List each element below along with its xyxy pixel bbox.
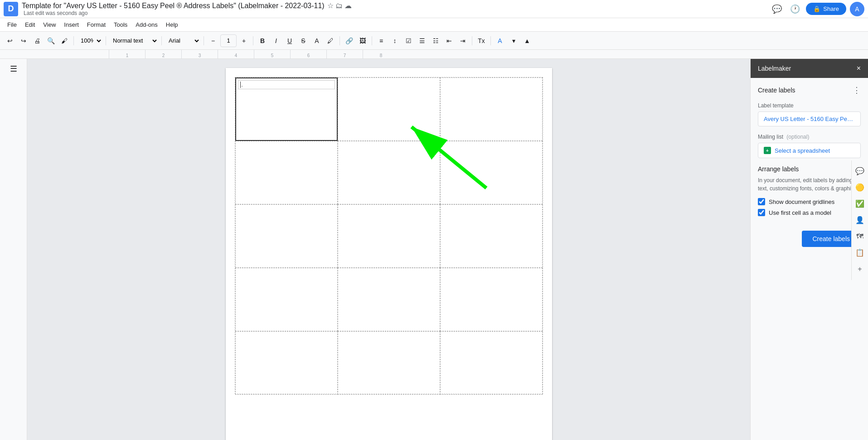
- menu-format[interactable]: Format: [83, 19, 109, 30]
- share-button[interactable]: 🔒 Share: [806, 3, 846, 15]
- numbered-list-button[interactable]: ☷: [429, 34, 442, 47]
- share-lock-icon: 🔒: [813, 5, 820, 12]
- label-cell-5-2[interactable]: [338, 331, 440, 395]
- label-cell-4-1[interactable]: [235, 268, 338, 331]
- text-color-2-button[interactable]: A: [494, 34, 506, 47]
- link-button[interactable]: 🔗: [343, 34, 355, 47]
- menu-edit[interactable]: Edit: [21, 19, 39, 30]
- use-first-cell-checkbox[interactable]: [758, 209, 765, 216]
- label-cell-1-1[interactable]: .: [235, 77, 338, 141]
- label-cell-5-3[interactable]: [440, 331, 543, 395]
- undo-button[interactable]: ↩: [4, 34, 16, 47]
- show-gridlines-checkbox[interactable]: [758, 198, 765, 205]
- create-labels-header: Create labels ⋮: [758, 85, 861, 95]
- underline-button[interactable]: U: [283, 34, 296, 47]
- indent-more-button[interactable]: ⇥: [456, 34, 469, 47]
- chat-button[interactable]: 💬: [770, 2, 784, 16]
- align-button[interactable]: ≡: [375, 34, 388, 47]
- menu-addons[interactable]: Add-ons: [132, 19, 161, 30]
- chat-side-icon[interactable]: 💬: [853, 164, 867, 179]
- clear-format-button[interactable]: Tx: [475, 34, 488, 47]
- outline-toggle[interactable]: ☰: [7, 63, 20, 75]
- label-cell-5-1[interactable]: [235, 331, 338, 395]
- spell-check-button[interactable]: 🔍: [44, 34, 57, 47]
- tasks-icon[interactable]: ✅: [853, 197, 867, 211]
- menu-tools[interactable]: Tools: [110, 19, 131, 30]
- user-avatar[interactable]: A: [850, 2, 864, 16]
- select-spreadsheet-button[interactable]: + Select a spreadsheet: [758, 143, 861, 158]
- zoom-select[interactable]: 100%: [77, 34, 103, 47]
- history-button[interactable]: 🕐: [788, 2, 802, 16]
- checklist-button[interactable]: ☑: [402, 34, 415, 47]
- app-icon[interactable]: D: [4, 2, 18, 16]
- label-cell-4-2[interactable]: [338, 268, 440, 331]
- highlight-button[interactable]: 🖊: [324, 34, 337, 47]
- font-size-input[interactable]: [220, 34, 237, 47]
- redo-button[interactable]: ↪: [17, 34, 30, 47]
- label-template-field[interactable]: Avery US Letter - 5160 Easy Peel ®...: [758, 111, 861, 126]
- main-layout: ☰: [0, 59, 868, 440]
- image-button[interactable]: 🖼: [356, 34, 369, 47]
- separator-4: [204, 36, 204, 45]
- indent-less-button[interactable]: ⇤: [443, 34, 456, 47]
- label-cell-2-2[interactable]: [338, 141, 440, 204]
- doc-title-row: Template for "Avery US Letter - 5160 Eas…: [22, 1, 766, 10]
- separator-8: [472, 36, 472, 45]
- more-toolbar-button[interactable]: ▾: [507, 34, 520, 47]
- label-inner-1-1[interactable]: .: [238, 80, 335, 89]
- label-cell-3-2[interactable]: [338, 204, 440, 268]
- italic-button[interactable]: I: [270, 34, 282, 47]
- menu-view[interactable]: View: [39, 19, 59, 30]
- label-cell-3-1[interactable]: [235, 204, 338, 268]
- label-cell-2-1[interactable]: [235, 141, 338, 204]
- labelmaker-close-button[interactable]: ×: [857, 64, 861, 73]
- paint-format-button[interactable]: 🖌: [58, 34, 71, 47]
- select-spreadsheet-label: Select a spreadsheet: [775, 147, 830, 154]
- strikethrough-button[interactable]: S: [297, 34, 310, 47]
- keep-icon[interactable]: 🟡: [853, 180, 867, 195]
- use-first-cell-row: Use first cell as a model: [758, 209, 861, 216]
- separator-2: [106, 36, 106, 45]
- label-cell-1-2[interactable]: [338, 77, 440, 141]
- line-spacing-button[interactable]: ↕: [388, 34, 401, 47]
- create-labels-title: Create labels: [758, 87, 795, 94]
- ruler-inner: 1 2 3 4 5 6 7 8: [109, 50, 399, 59]
- contacts-icon[interactable]: 👤: [853, 213, 867, 227]
- maps-side-icon[interactable]: 🗺: [853, 229, 867, 244]
- add-side-icon[interactable]: +: [853, 262, 867, 276]
- print-button[interactable]: 🖨: [31, 34, 44, 47]
- font-size-decrease[interactable]: −: [207, 34, 219, 47]
- use-first-cell-label[interactable]: Use first cell as a model: [769, 209, 831, 216]
- labelmaker-content: Create labels ⋮ Label template Avery US …: [751, 78, 868, 440]
- bold-button[interactable]: B: [256, 34, 269, 47]
- menu-bar: File Edit View Insert Format Tools Add-o…: [0, 18, 868, 32]
- text-color-button[interactable]: A: [310, 34, 323, 47]
- menu-file[interactable]: File: [4, 19, 20, 30]
- spreadsheet-icon: +: [764, 147, 771, 154]
- menu-insert[interactable]: Insert: [60, 19, 82, 30]
- label-cell-2-3[interactable]: [440, 141, 543, 204]
- collapse-toolbar-button[interactable]: ▲: [521, 34, 533, 47]
- menu-help[interactable]: Help: [162, 19, 182, 30]
- document-title[interactable]: Template for "Avery US Letter - 5160 Eas…: [22, 2, 325, 10]
- text-style-select[interactable]: Normal text: [109, 34, 159, 47]
- drive-icon[interactable]: 📋: [853, 246, 867, 260]
- cloud-icon[interactable]: ☁: [344, 1, 352, 10]
- doc-title-section: Template for "Avery US Letter - 5160 Eas…: [22, 1, 766, 16]
- share-label: Share: [823, 5, 839, 12]
- label-cell-4-3[interactable]: [440, 268, 543, 331]
- labelmaker-panel: Labelmaker × Create labels ⋮ Label templ…: [750, 59, 868, 440]
- folder-icon[interactable]: 🗂: [335, 2, 343, 10]
- separator-5: [253, 36, 253, 45]
- label-cell-3-3[interactable]: [440, 204, 543, 268]
- font-size-increase[interactable]: +: [238, 34, 250, 47]
- show-gridlines-label[interactable]: Show document gridlines: [769, 198, 834, 205]
- font-select[interactable]: Arial: [165, 34, 201, 47]
- document-page[interactable]: .: [226, 68, 552, 440]
- document-area[interactable]: .: [27, 59, 750, 440]
- more-options-button[interactable]: ⋮: [853, 85, 861, 95]
- label-text-1-1: .: [242, 82, 243, 87]
- label-cell-1-3[interactable]: [440, 77, 543, 141]
- bullet-list-button[interactable]: ☰: [416, 34, 428, 47]
- star-icon[interactable]: ☆: [327, 1, 334, 10]
